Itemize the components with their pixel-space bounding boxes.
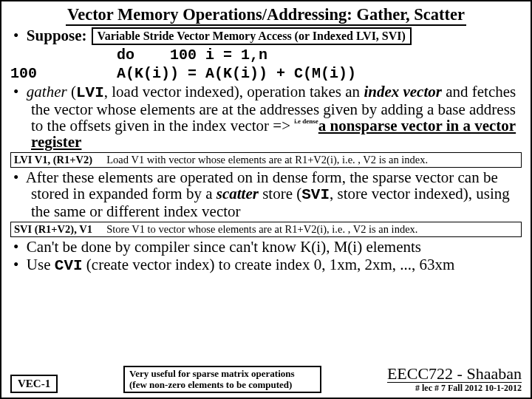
gather-paragraph: • gather (LVI, load vector indexed), ope… [10, 83, 522, 151]
lvi-example-box: LVI V1, (R1+V2) Load V1 with vector whos… [10, 152, 522, 168]
suppose-row: • Suppose: Variable Stride Vector Memory… [10, 27, 522, 45]
useful-line-1: Very useful for sparse matrix operations [129, 369, 316, 379]
scatter-word: scatter [216, 185, 259, 202]
code-line-2: A(K(i)) = A(K(i)) + C(M(i)) [117, 65, 356, 82]
scatter-paragraph: • After these elements are operated on i… [10, 169, 522, 220]
cvi-a: Use [27, 256, 55, 273]
cvi-b: (create vector index) to create index 0,… [83, 256, 455, 273]
cvi-paragraph: • Use CVI (create vector index) to creat… [10, 256, 522, 274]
suppose-label: Suppose: [27, 27, 87, 44]
bullet-suppose: • Suppose: [10, 27, 87, 44]
useful-box: Very useful for sparse matrix operations… [123, 366, 321, 393]
gather-word: gather [27, 83, 67, 100]
dense-annotation: i.e dense [294, 117, 318, 125]
index-vector-phrase: index vector [364, 83, 442, 100]
course-main: EECC722 - Shaaban [387, 365, 522, 382]
svi-mono: SVI [301, 186, 330, 203]
cvi-mono: CVI [55, 257, 83, 274]
code-line-2-row: 100 A(K(i)) = A(K(i)) + C(M(i)) [10, 65, 522, 82]
svi-example-box: SVI (R1+V2), V1 Store V1 to vector whose… [10, 222, 522, 237]
compiler-paragraph: • Can't be done by compiler since can't … [10, 239, 522, 255]
gather-after-mono: , load vector indexed), operation takes … [104, 83, 364, 100]
course-block: EECC722 - Shaaban # lec # 7 Fall 2012 10… [387, 365, 522, 393]
lvi-mono: LVI [76, 84, 104, 101]
lvi-lead: LVI V1, (R1+V2) [14, 154, 101, 166]
code-label-100: 100 [10, 65, 117, 82]
useful-line-2: (few non-zero elements to be computed) [129, 380, 316, 390]
vec-1-box: VEC-1 [10, 375, 58, 393]
lvi-rest: Load V1 with vector whose elements are a… [106, 154, 428, 166]
title-wrap: Vector Memory Operations/Addressing: Gat… [10, 6, 522, 26]
course-sub: # lec # 7 Fall 2012 10-1-2012 [387, 382, 522, 393]
slide-title: Vector Memory Operations/Addressing: Gat… [66, 6, 466, 26]
footer-row: VEC-1 Very useful for sparse matrix oper… [10, 365, 522, 393]
slide: Vector Memory Operations/Addressing: Gat… [0, 0, 532, 399]
scatter-b: store ( [259, 185, 301, 202]
variable-stride-box: Variable Stride Vector Memory Access (or… [92, 27, 412, 45]
svi-rest: Store V1 to vector whose elements are at… [106, 223, 417, 235]
code-line-1: do 100 i = 1,n [10, 47, 522, 64]
compiler-text: Can't be done by compiler since can't kn… [27, 238, 421, 256]
svi-lead: SVI (R1+V2), V1 [14, 224, 101, 235]
